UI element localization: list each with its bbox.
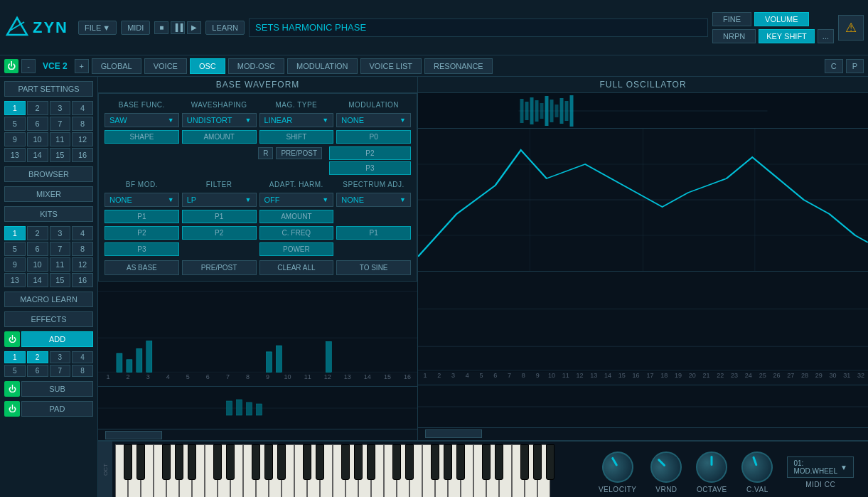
- piano-keys[interactable]: [115, 444, 556, 497]
- piano-black-cs1[interactable]: [124, 444, 132, 480]
- voice-btn-10[interactable]: 10: [27, 132, 48, 146]
- voice-btn-16[interactable]: 16: [72, 148, 93, 162]
- part-btn-2[interactable]: 2: [27, 226, 48, 240]
- part-btn-3[interactable]: 3: [50, 226, 71, 240]
- piano-black-cs5[interactable]: [482, 444, 491, 480]
- cval-knob[interactable]: [737, 447, 777, 487]
- piano-black-ds4[interactable]: [405, 444, 414, 480]
- clear-all-button[interactable]: CLEAR ALL: [259, 260, 334, 275]
- piano-black-as4[interactable]: [456, 444, 465, 480]
- tab-voice[interactable]: VOICE: [144, 58, 187, 74]
- add-btn-2[interactable]: 2: [27, 351, 48, 363]
- piano-black-gs3[interactable]: [354, 444, 363, 480]
- tab-modosc[interactable]: MOD-OSC: [228, 58, 284, 74]
- full-osc-scrollbar[interactable]: [418, 427, 868, 439]
- keyshift-button[interactable]: KEY SHIFT: [759, 29, 815, 43]
- add-btn-8[interactable]: 8: [72, 365, 93, 377]
- full-osc-sine-area[interactable]: [418, 385, 868, 427]
- voice-btn-13[interactable]: 13: [4, 148, 26, 162]
- voice-btn-12[interactable]: 12: [72, 132, 93, 146]
- add-btn-4[interactable]: 4: [72, 351, 93, 363]
- voice-btn-3[interactable]: 3: [50, 101, 71, 115]
- kits-button[interactable]: KITS: [4, 206, 93, 222]
- browser-button[interactable]: BROWSER: [4, 166, 93, 182]
- scrollbar-thumb[interactable]: [105, 431, 162, 439]
- part-btn-9[interactable]: 9: [4, 257, 26, 272]
- part-btn-8[interactable]: 8: [72, 242, 93, 256]
- nrpn-button[interactable]: NRPN: [712, 29, 756, 43]
- piano-black-gs4[interactable]: [444, 444, 452, 480]
- p1-bf-button[interactable]: P1: [105, 210, 179, 223]
- shift-button[interactable]: SHIFT: [259, 130, 334, 144]
- piano-black-fs1[interactable]: [162, 444, 171, 480]
- effects-button[interactable]: EFFECTS: [4, 311, 93, 327]
- filter-dropdown[interactable]: LP▼: [182, 193, 257, 207]
- tab-global[interactable]: GLOBAL: [92, 58, 141, 74]
- voice-btn-5[interactable]: 5: [4, 117, 26, 131]
- p1-filter-button[interactable]: P1: [182, 210, 257, 223]
- part-btn-15[interactable]: 15: [50, 273, 71, 287]
- tab-resonance[interactable]: RESONANCE: [424, 58, 493, 74]
- voice-btn-9[interactable]: 9: [4, 132, 26, 146]
- c-button[interactable]: C: [825, 59, 843, 73]
- piano-black-ds5[interactable]: [495, 444, 503, 480]
- p2-bf-button[interactable]: P2: [105, 226, 179, 240]
- p2-mod-button[interactable]: P2: [329, 146, 411, 160]
- base-func-dropdown[interactable]: SAW▼: [105, 113, 179, 127]
- learn-button[interactable]: LEARN: [205, 21, 245, 35]
- to-sine-button[interactable]: TO SINE: [336, 260, 411, 275]
- prepost-button[interactable]: PRE/POST: [276, 147, 322, 159]
- piano-black-ds3[interactable]: [316, 444, 324, 480]
- voice-btn-6[interactable]: 6: [27, 117, 48, 131]
- bf-mod-dropdown[interactable]: NONE▼: [105, 193, 179, 207]
- full-osc-harmonic-bars[interactable]: 1 2 3 4 5 6 7 8 9 10 11 12 13 14: [418, 271, 868, 385]
- add-btn-1[interactable]: 1: [4, 351, 26, 363]
- modulation-dropdown[interactable]: NONE▼: [336, 113, 411, 127]
- shape-button[interactable]: SHAPE: [105, 130, 179, 144]
- tab-modulation[interactable]: MODULATION: [287, 58, 358, 74]
- mixer-button[interactable]: MIXER: [4, 186, 93, 202]
- piano-black-as1[interactable]: [188, 444, 196, 480]
- piano-black-ds2[interactable]: [226, 444, 235, 480]
- voice-btn-2[interactable]: 2: [27, 101, 48, 115]
- midi-button[interactable]: MIDI: [121, 21, 150, 35]
- sub-button[interactable]: SUB: [21, 381, 93, 397]
- voice-btn-8[interactable]: 8: [72, 117, 93, 131]
- part-power-button[interactable]: ⏻: [4, 59, 18, 73]
- vce-plus-button[interactable]: +: [75, 59, 89, 73]
- cfreq-harm-button[interactable]: C. FREQ: [259, 226, 334, 240]
- spectrum-adj-dropdown[interactable]: NONE▼: [336, 193, 411, 207]
- voice-btn-4[interactable]: 4: [72, 101, 93, 115]
- part-btn-14[interactable]: 14: [27, 273, 48, 287]
- piano-black-fs5[interactable]: [520, 444, 529, 480]
- part-btn-4[interactable]: 4: [72, 226, 93, 240]
- piano-black-fs3[interactable]: [341, 444, 350, 480]
- amount-harm-button[interactable]: AMOUNT: [259, 210, 334, 223]
- part-btn-1[interactable]: 1: [4, 226, 26, 240]
- tab-osc[interactable]: OSC: [190, 58, 225, 74]
- p3-bf-button[interactable]: P3: [105, 242, 179, 256]
- part-btn-16[interactable]: 16: [72, 273, 93, 287]
- p3-mod-button[interactable]: P3: [329, 161, 411, 175]
- add-btn-3[interactable]: 3: [50, 351, 71, 363]
- add-power-button[interactable]: ⏻: [4, 331, 20, 347]
- p-button[interactable]: P: [846, 59, 864, 73]
- add-btn-7[interactable]: 7: [50, 365, 71, 377]
- voice-btn-1[interactable]: 1: [4, 101, 26, 115]
- part-settings-button[interactable]: PART SETTINGS: [4, 81, 93, 97]
- part-btn-7[interactable]: 7: [50, 242, 71, 256]
- octave-knob[interactable]: [696, 451, 727, 483]
- piano-black-gs2[interactable]: [264, 444, 273, 480]
- velocity-knob[interactable]: [596, 446, 639, 488]
- part-btn-10[interactable]: 10: [27, 257, 48, 272]
- tab-voicelist[interactable]: VOICE LIST: [360, 58, 422, 74]
- part-btn-6[interactable]: 6: [27, 242, 48, 256]
- piano-black-ds1[interactable]: [136, 444, 145, 480]
- stop-button[interactable]: ■: [154, 21, 168, 34]
- vce-minus-button[interactable]: -: [21, 59, 36, 73]
- piano-black-as2[interactable]: [277, 444, 286, 480]
- voice-btn-11[interactable]: 11: [50, 132, 71, 146]
- r-button[interactable]: R: [258, 147, 273, 159]
- add-button[interactable]: ADD: [21, 331, 93, 347]
- amount-button[interactable]: AMOUNT: [182, 130, 257, 144]
